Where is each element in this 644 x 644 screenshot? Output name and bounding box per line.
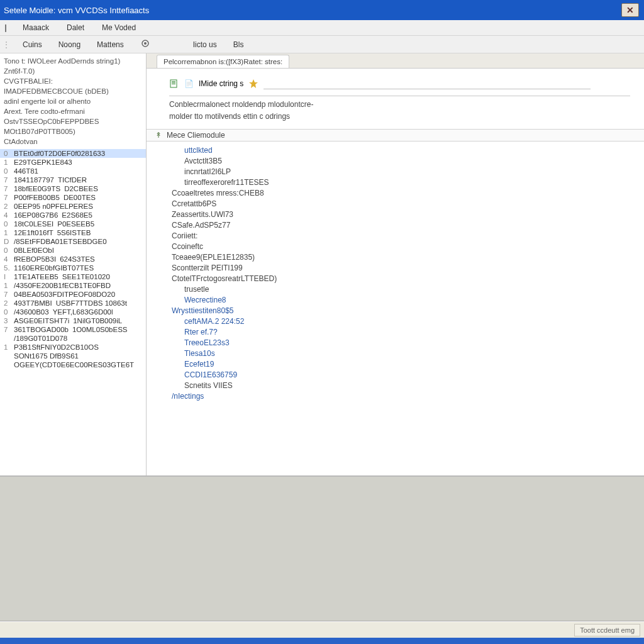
left-header-line: Tono t: IWOLeer AodDernds string1)	[4, 56, 142, 66]
module-row[interactable]: 1P3B1SftFNIY0D2CB10OS	[0, 343, 146, 352]
left-header-line: adinl engerte loil or alhento	[4, 96, 142, 106]
toolbar-item-3[interactable]: Iicto us	[189, 38, 221, 51]
row-index: 7	[4, 194, 10, 201]
detail-link[interactable]: ceftAMA.2 224:52	[172, 316, 644, 327]
row-code: 493T7BMBI	[14, 299, 52, 307]
module-row[interactable]: 018tC0LESEIP0ESEEB5	[0, 219, 146, 228]
module-row[interactable]: SONt1675 DfB9S61	[0, 352, 146, 360]
row-index: 0	[4, 247, 10, 254]
subheader-label: Mece Cliemodule	[167, 131, 225, 140]
row-index: 4	[4, 211, 10, 219]
module-row[interactable]: /189G0T01D078	[0, 334, 146, 343]
sheet-icon	[169, 79, 179, 89]
module-row[interactable]: 7P00fFEB00B5DE00TES	[0, 193, 146, 202]
module-row[interactable]: 3ASGE0EITSHT7i1NilGT0B009iL	[0, 316, 146, 325]
desc-line: Conblecrmalonect rnoldendp mlodulontcre-	[169, 99, 630, 111]
detail-link[interactable]: Rter ef.7?	[172, 327, 644, 338]
toolbar-item-0[interactable]: Cuins	[19, 38, 46, 51]
detail-label: Scontterzilt PEITI199	[172, 263, 644, 274]
menu-item-2[interactable]: Me Voded	[98, 21, 140, 34]
row-code: 446T81	[14, 167, 38, 175]
detail-label: Coriiett:	[172, 231, 644, 242]
row-code: fREBOP5B3I	[14, 255, 56, 263]
row-desc: TICfDER	[58, 176, 87, 184]
detail-link[interactable]: Tlesa10s	[172, 348, 644, 359]
row-desc: USBF7TTDBS 10863t	[56, 299, 127, 307]
module-row[interactable]: 416EP08G7B6E2S68E5	[0, 211, 146, 219]
detail-label: trusetle	[172, 284, 644, 295]
left-header-line: IMADFEDBMECBCOUE (bDEB)	[4, 86, 142, 96]
detail-link[interactable]: TreeoEL23s3	[172, 338, 644, 348]
row-code: E29TGEPK1E843	[14, 158, 72, 166]
arrow-icon: ↟	[155, 131, 162, 140]
details-subheader[interactable]: ↟ Mece Cliemodule	[147, 129, 644, 142]
detail-label: Tceaee9(EPLE1E12835)	[172, 252, 644, 263]
module-row[interactable]: 00BLEf0EObI	[0, 246, 146, 255]
row-code: P3B1SftFNIY0D2CB10OS	[14, 343, 99, 351]
detail-link[interactable]: Wecrectine8	[172, 295, 644, 306]
detail-link[interactable]: uttclkted	[172, 145, 644, 156]
menu-item-1[interactable]: Dalet	[63, 21, 88, 34]
left-header-line: OstvTSSEOpC0bFEPPDBES	[4, 116, 142, 126]
row-code: /43600B03	[14, 308, 49, 316]
row-desc: SEE1TE01020	[62, 273, 110, 280]
module-row[interactable]: 0446T81	[0, 167, 146, 175]
detail-link[interactable]: Ecefet19	[172, 359, 644, 370]
titlebar: Setele Moidle: vcm VVCDSs Inttefiaacts ✕	[0, 0, 644, 20]
menu-icon: ❙	[3, 23, 9, 32]
module-row[interactable]: 4fREBOP5B3I624S3TES	[0, 255, 146, 264]
close-button[interactable]: ✕	[621, 3, 639, 17]
module-row[interactable]: 5.1160ERE0bfGIBT07TES	[0, 264, 146, 272]
row-index: 3	[4, 317, 10, 325]
tabstrip: Pelcorremabnon is:([fX3)Ratet: stres:	[147, 53, 644, 69]
module-list[interactable]: 0BTEt0df0T2D0EF0f02816331E29TGEPK1E84304…	[0, 149, 146, 475]
toolbar-item-icon[interactable]	[136, 36, 154, 52]
module-row[interactable]: I1TE1ATEEB5SEE1TE01020	[0, 272, 146, 281]
doc-icon: 📄	[184, 79, 194, 88]
row-code: OGEEY(CDT0E6EC00RES03GTE6T	[14, 361, 134, 369]
module-row[interactable]: 704BEA0503FDITPEOF08DO20	[0, 290, 146, 299]
row-code: 1160ERE0bfGIBT07TES	[14, 264, 94, 272]
module-row[interactable]: 718bfEE0G9TSD2CBEES	[0, 184, 146, 193]
module-row[interactable]: 0/43600B03YEFT,L683G6D00l	[0, 308, 146, 316]
module-row[interactable]: 1/4350FE200B1fECB1TE0FBD	[0, 281, 146, 290]
row-index: 7	[4, 326, 10, 333]
svg-rect-3	[172, 81, 175, 82]
row-desc: 1O0ML0S0bESS	[72, 326, 128, 333]
detail-link[interactable]: Wrysttiestiten80$5	[172, 306, 644, 316]
detail-link[interactable]: /nIectings	[172, 391, 644, 402]
row-desc: E2S68E5	[62, 211, 92, 219]
row-desc: YEFT,L683G6D00l	[53, 308, 113, 316]
menu-item-0[interactable]: Maaack	[19, 21, 53, 34]
left-pane: Tono t: IWOLeer AodDernds string1)Znt6f-…	[0, 53, 147, 475]
close-icon: ✕	[626, 5, 634, 15]
divider	[169, 96, 630, 96]
row-code: 18tC0LESEI	[14, 220, 53, 228]
tab-main[interactable]: Pelcorremabnon is:([fX3)Ratet: stres:	[157, 55, 289, 68]
module-row[interactable]: 0BTEt0df0T2D0EF0f0281633	[0, 149, 146, 158]
module-row[interactable]: 1E29TGEPK1E843	[0, 158, 146, 167]
row-index: 5.	[4, 264, 10, 272]
info-description: Conblecrmalonect rnoldendp mlodulontcre-…	[169, 96, 630, 123]
coding-input[interactable]	[264, 77, 591, 89]
detail-link[interactable]: CCDI1E636759	[172, 370, 644, 380]
row-code: P00fFEB00B5	[14, 194, 60, 201]
row-desc: 1NilGT0B009iL	[73, 317, 122, 325]
statusbar: Toott ccdeutt emg	[0, 621, 644, 638]
module-row[interactable]: D/8SEtFFDBA01ETSEBDGE0	[0, 237, 146, 246]
toolbar-handle-icon: ⋮	[3, 40, 10, 49]
details-list: uttclktedAvctctlt3B5incnrtatI2I6LPtirreo…	[147, 142, 644, 402]
module-row[interactable]: 71841187797TICfDER	[0, 175, 146, 184]
module-row[interactable]: 7361TBOGAD00b1O0ML0S0bESS	[0, 325, 146, 334]
row-code: 361TBOGAD00b	[14, 326, 69, 333]
module-row[interactable]: 2493T7BMBIUSBF7TTDBS 10863t	[0, 299, 146, 308]
toolbar-item-1[interactable]: Noong	[55, 38, 84, 51]
toolbar-item-4[interactable]: Bls	[230, 38, 248, 51]
row-code: 1841187797	[14, 176, 54, 184]
module-row[interactable]: 112E1ft016fT5S6ISTEB	[0, 228, 146, 237]
toolbar-item-2[interactable]: Mattens	[93, 38, 128, 51]
row-index: 1	[4, 343, 10, 351]
row-index	[4, 352, 10, 360]
module-row[interactable]: OGEEY(CDT0E6EC00RES03GTE6T	[0, 360, 146, 369]
module-row[interactable]: 20EEP95 n0PFELPERES	[0, 202, 146, 211]
